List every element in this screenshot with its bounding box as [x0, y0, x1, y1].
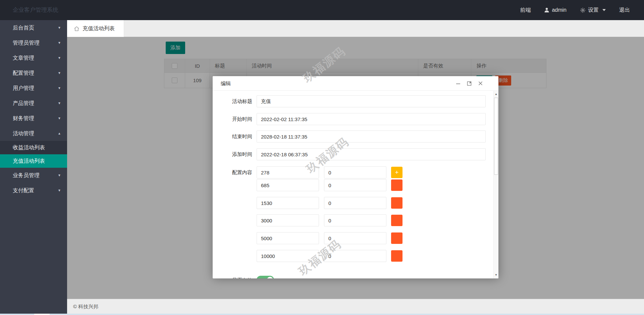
- sidebar-item-salesmen[interactable]: 业务员管理▼: [0, 168, 67, 183]
- switch-knob: [267, 277, 273, 278]
- config-remove-row-button[interactable]: [391, 179, 402, 191]
- app-title: 企业客户管理系统: [13, 0, 58, 20]
- add-time-input[interactable]: [257, 148, 486, 160]
- dialog-scrollbar[interactable]: ▲ ▼: [493, 91, 498, 278]
- minimize-icon[interactable]: [455, 81, 461, 86]
- chevron-down-icon: ▼: [58, 168, 61, 183]
- sidebar-item-products[interactable]: 产品管理▼: [0, 96, 67, 111]
- field-label-end-time: 结束时间: [223, 130, 252, 143]
- config-remove-row-button[interactable]: [391, 197, 402, 209]
- config-add-row-button[interactable]: +: [391, 167, 402, 178]
- chevron-down-icon: ▼: [58, 96, 61, 111]
- tab-bar: 充值活动列表: [67, 20, 644, 37]
- end-time-input[interactable]: [257, 130, 486, 143]
- user-icon: [544, 7, 549, 13]
- copyright-text: © 科技兴邦: [73, 304, 98, 309]
- dialog-header: 编辑: [213, 76, 498, 91]
- sidebar-item-payment-config[interactable]: 支付配置▼: [0, 183, 67, 198]
- field-label-valid: 是否有效: [223, 276, 252, 278]
- sidebar: 后台首页▼ 管理员管理▼ 文章管理▼ 配置管理▼ 用户管理▼ 产品管理▼ 财务管…: [0, 20, 67, 314]
- chevron-down-icon: ▼: [58, 111, 61, 126]
- config-bonus-input[interactable]: [324, 179, 386, 191]
- config-amount-input[interactable]: [257, 166, 319, 178]
- chevron-down-icon: ▼: [58, 35, 61, 50]
- gear-icon: [580, 7, 586, 13]
- config-bonus-input[interactable]: [324, 197, 386, 209]
- chevron-down-icon: ▼: [58, 183, 61, 198]
- settings-label: 设置: [588, 7, 599, 14]
- chevron-down-icon: ▼: [58, 50, 61, 65]
- sidebar-item-config[interactable]: 配置管理▼: [0, 65, 67, 81]
- config-amount-input[interactable]: [257, 214, 319, 226]
- username-label: admin: [552, 7, 567, 13]
- edit-dialog: 编辑 活动标题 开始时间 结束时间 添加时间 配置内容 +: [213, 76, 498, 278]
- chevron-down-icon: ▼: [58, 20, 61, 35]
- scroll-up-icon[interactable]: ▲: [494, 92, 498, 97]
- sidebar-item-income-activity-list[interactable]: 收益活动列表: [0, 141, 67, 154]
- horizontal-scroll-thumb[interactable]: [34, 314, 50, 315]
- config-amount-input[interactable]: [257, 197, 319, 209]
- config-remove-row-button[interactable]: [391, 250, 402, 262]
- config-bonus-input[interactable]: [324, 250, 386, 262]
- sidebar-item-activities[interactable]: 活动管理▲: [0, 126, 67, 141]
- field-label-add-time: 添加时间: [223, 148, 252, 160]
- scroll-thumb[interactable]: [494, 98, 498, 175]
- field-label-title: 活动标题: [223, 95, 252, 107]
- tab-label: 充值活动列表: [83, 25, 115, 32]
- config-amount-input[interactable]: [257, 179, 319, 191]
- valid-switch[interactable]: [257, 276, 274, 278]
- close-icon[interactable]: [478, 81, 483, 86]
- sidebar-item-finance[interactable]: 财务管理▼: [0, 111, 67, 126]
- topbar: 企业客户管理系统 前端 admin 设置 退出: [0, 0, 644, 20]
- config-bonus-input[interactable]: [324, 166, 386, 178]
- sidebar-item-users[interactable]: 用户管理▼: [0, 81, 67, 96]
- activity-title-input[interactable]: [257, 95, 486, 107]
- footer: © 科技兴邦: [67, 299, 644, 314]
- tab-recharge-activity-list[interactable]: 充值活动列表: [67, 20, 124, 37]
- logout-link[interactable]: 退出: [619, 7, 630, 14]
- sidebar-item-home[interactable]: 后台首页▼: [0, 20, 67, 35]
- sidebar-item-recharge-activity-list[interactable]: 充值活动列表: [0, 154, 67, 168]
- config-remove-row-button[interactable]: [391, 232, 402, 244]
- config-amount-input[interactable]: [257, 232, 319, 244]
- config-bonus-input[interactable]: [324, 214, 386, 226]
- field-label-start-time: 开始时间: [223, 113, 252, 125]
- frontend-link[interactable]: 前端: [520, 7, 531, 14]
- sidebar-item-admins[interactable]: 管理员管理▼: [0, 35, 67, 50]
- chevron-down-icon: ▼: [58, 81, 61, 96]
- chevron-up-icon: ▲: [58, 126, 61, 141]
- user-menu[interactable]: admin: [544, 7, 567, 13]
- horizontal-scrollbar[interactable]: [0, 314, 644, 315]
- sidebar-item-articles[interactable]: 文章管理▼: [0, 50, 67, 65]
- chevron-down-icon: ▼: [58, 65, 61, 81]
- field-label-config: 配置内容: [223, 166, 252, 178]
- chevron-down-icon: [602, 9, 606, 11]
- maximize-icon[interactable]: [467, 81, 472, 86]
- settings-menu[interactable]: 设置: [580, 7, 606, 14]
- scroll-down-icon[interactable]: ▼: [494, 272, 498, 278]
- dialog-title: 编辑: [221, 81, 231, 86]
- topbar-menu: 前端 admin 设置 退出: [520, 0, 630, 20]
- config-amount-input[interactable]: [257, 250, 319, 262]
- home-icon: [74, 26, 79, 32]
- config-remove-row-button[interactable]: [391, 215, 402, 226]
- config-bonus-input[interactable]: [324, 232, 386, 244]
- start-time-input[interactable]: [257, 113, 486, 125]
